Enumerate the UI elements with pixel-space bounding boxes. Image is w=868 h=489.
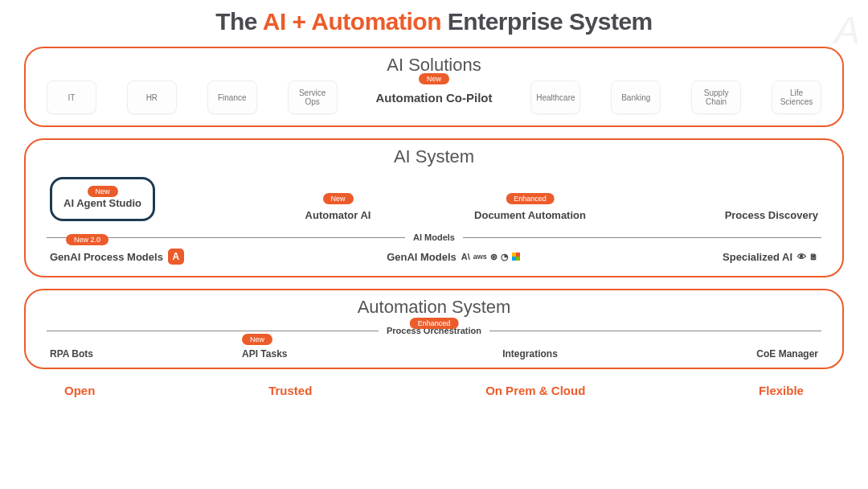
genai-models-cell: GenAI Models A\aws⊛◔ <box>387 251 520 263</box>
automator-ai-cell: New Automator AI <box>242 209 434 221</box>
ai-solutions-panel: AI Solutions IT HR Finance Service Ops N… <box>24 47 844 127</box>
solution-chip: Service Ops <box>288 80 338 114</box>
new-badge: New <box>322 193 353 204</box>
document-automation-label: Document Automation <box>474 209 586 221</box>
document-automation-cell: Enhanced Document Automation <box>434 209 626 221</box>
solution-chip: Supply Chain <box>691 80 741 114</box>
automation-system-panel: Automation System Enhanced Process Orche… <box>24 289 844 369</box>
footer-pillar: On Prem & Cloud <box>485 384 585 397</box>
new-badge: New 2.0 <box>66 234 108 245</box>
copilot-center: New Automation Co-Pilot <box>368 91 501 105</box>
footer-pillar: Flexible <box>759 384 804 397</box>
watermark: A <box>834 8 860 52</box>
copilot-label: Automation Co-Pilot <box>376 91 493 105</box>
api-tasks-cell: New API Tasks <box>242 348 434 360</box>
footer-row: Open Trusted On Prem & Cloud Flexible <box>24 380 844 397</box>
ai-models-label: AI Models <box>405 232 463 242</box>
footer-pillar: Trusted <box>268 384 312 397</box>
new-badge: New <box>242 334 272 345</box>
solution-chip: Finance <box>207 80 257 114</box>
highlight-box: New AI Agent Studio <box>50 177 155 221</box>
automator-ai-label: Automator AI <box>305 209 371 221</box>
specialized-ai-icons: 👁🗎 <box>797 252 818 261</box>
genai-process-models-label: GenAI Process Models <box>50 251 163 263</box>
coe-manager-cell: CoE Manager <box>626 348 818 360</box>
ai-system-title: AI System <box>47 146 821 167</box>
page-title: The AI + Automation Enterprise System <box>24 8 844 35</box>
specialized-ai-label: Specialized AI <box>723 251 792 263</box>
solution-chip: Healthcare <box>530 80 580 114</box>
solution-chip: IT <box>47 80 96 114</box>
automation-system-title: Automation System <box>47 297 821 318</box>
rpa-bots-cell: RPA Bots <box>50 348 242 360</box>
enhanced-badge: Enhanced <box>410 318 459 329</box>
footer-pillar: Open <box>64 384 95 397</box>
partner-logos-icon: A\aws⊛◔ <box>461 252 520 262</box>
solution-chip: HR <box>127 80 177 114</box>
integrations-cell: Integrations <box>434 348 626 360</box>
process-discovery-label: Process Discovery <box>725 209 818 221</box>
title-suffix: Enterprise System <box>441 8 653 35</box>
ai-agent-studio-cell: New AI Agent Studio <box>50 177 242 221</box>
title-accent: AI + Automation <box>263 8 441 35</box>
new-badge: New <box>419 73 449 84</box>
genai-models-label: GenAI Models <box>387 251 457 263</box>
ai-system-panel: AI System New AI Agent Studio New Automa… <box>24 138 844 277</box>
solution-chip: Banking <box>611 80 661 114</box>
ai-agent-studio-label: AI Agent Studio <box>63 197 141 209</box>
process-discovery-cell: Process Discovery <box>626 209 818 221</box>
new-badge: New <box>87 186 117 197</box>
genai-process-models-cell: New 2.0 GenAI Process Models A <box>50 249 184 265</box>
title-prefix: The <box>215 8 263 35</box>
brand-logo-icon: A <box>168 249 184 265</box>
enhanced-badge: Enhanced <box>506 193 555 204</box>
solution-chip: Life Sciences <box>772 80 821 114</box>
process-orchestration-divider: Enhanced Process Orchestration <box>47 326 821 335</box>
specialized-ai-cell: Specialized AI 👁🗎 <box>723 251 818 263</box>
api-tasks-label: API Tasks <box>242 348 287 360</box>
ai-models-divider: AI Models <box>47 232 821 242</box>
